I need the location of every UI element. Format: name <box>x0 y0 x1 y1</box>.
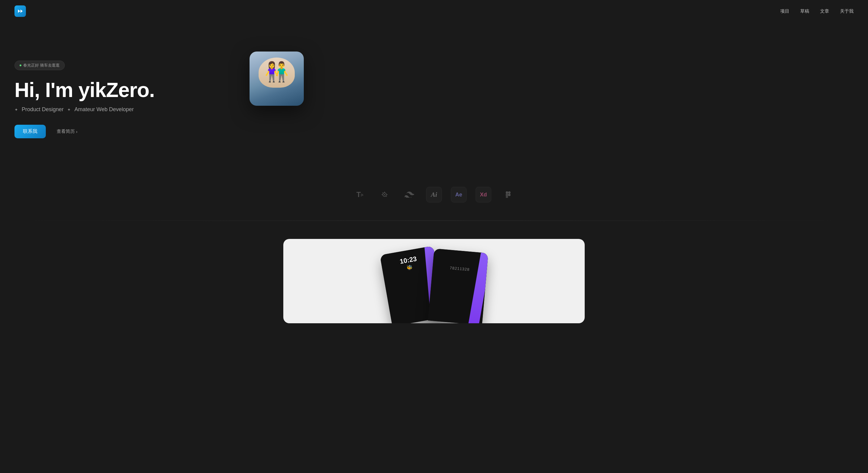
project-card[interactable]: 10:23 🐝 78211328 <box>283 239 585 323</box>
profile-image-wrapper <box>250 52 304 106</box>
subtitle-developer: Amateur Web Developer <box>74 106 134 113</box>
svg-rect-10 <box>508 194 510 196</box>
hero-title: Hi, I'm yikZero. <box>14 78 286 101</box>
svg-rect-11 <box>506 196 508 198</box>
profile-image <box>250 52 304 106</box>
nav-links: 项目 草稿 文章 关于我 <box>780 8 854 14</box>
hero-actions: 联系我 查看简历 › <box>14 125 286 138</box>
tailwind-icon <box>401 187 417 202</box>
tool-ai[interactable]: Ai <box>426 187 442 202</box>
resume-button[interactable]: 查看简历 › <box>52 125 82 138</box>
hero-section: 春光正好 骑车去逛逛 Hi, I'm yikZero. ✦ Product De… <box>0 0 868 175</box>
subtitle-designer: Product Designer <box>22 106 64 113</box>
contact-button[interactable]: 联系我 <box>14 125 46 138</box>
tools-section: Tjs Ai Ae Xd <box>0 175 868 221</box>
resume-arrow: › <box>76 129 78 134</box>
tool-ae[interactable]: Ae <box>451 187 467 202</box>
tool-tailwind[interactable] <box>401 187 417 202</box>
phone-mockups: 10:23 🐝 78211328 <box>380 251 488 323</box>
profile-photo <box>250 52 304 106</box>
phone-2: 78211328 <box>428 249 488 323</box>
status-badge: 春光正好 骑车去逛逛 <box>14 61 65 70</box>
resume-label: 查看简历 <box>57 129 75 134</box>
svg-line-6 <box>386 196 387 197</box>
figma-icon <box>500 187 516 202</box>
blender-icon <box>377 187 393 202</box>
hero-subtitle: ✦ Product Designer ✦ Amateur Web Develop… <box>14 106 286 113</box>
tool-threejs[interactable]: Tjs <box>352 187 368 202</box>
svg-line-5 <box>382 192 383 193</box>
svg-rect-9 <box>506 194 508 196</box>
nav-drafts[interactable]: 草稿 <box>800 8 809 13</box>
status-dot <box>20 64 22 66</box>
hero-content: 春光正好 骑车去逛逛 Hi, I'm yikZero. ✦ Product De… <box>14 61 286 138</box>
svg-rect-8 <box>508 191 510 194</box>
tool-figma[interactable] <box>500 187 516 202</box>
nav-projects[interactable]: 项目 <box>780 8 789 13</box>
sparkle-1: ✦ <box>14 107 18 112</box>
phone-time: 10:23 <box>399 255 417 265</box>
phone-number: 78211328 <box>450 266 470 272</box>
navbar: 项目 草稿 文章 关于我 <box>0 0 868 22</box>
svg-point-1 <box>384 194 385 195</box>
xd-icon: Xd <box>475 187 491 202</box>
ae-icon: Ae <box>451 187 467 202</box>
nav-articles[interactable]: 文章 <box>820 8 829 13</box>
svg-rect-7 <box>506 191 508 194</box>
project-section: 10:23 🐝 78211328 <box>0 221 868 341</box>
nav-about[interactable]: 关于我 <box>840 8 854 13</box>
tool-blender[interactable] <box>377 187 393 202</box>
phone-emoji: 🐝 <box>406 264 413 271</box>
sparkle-2: ✦ <box>67 107 71 112</box>
status-text: 春光正好 骑车去逛逛 <box>23 63 60 68</box>
tool-xd[interactable]: Xd <box>475 187 491 202</box>
threejs-icon: Tjs <box>352 187 368 202</box>
ai-icon: Ai <box>426 187 442 202</box>
logo[interactable] <box>14 5 26 17</box>
